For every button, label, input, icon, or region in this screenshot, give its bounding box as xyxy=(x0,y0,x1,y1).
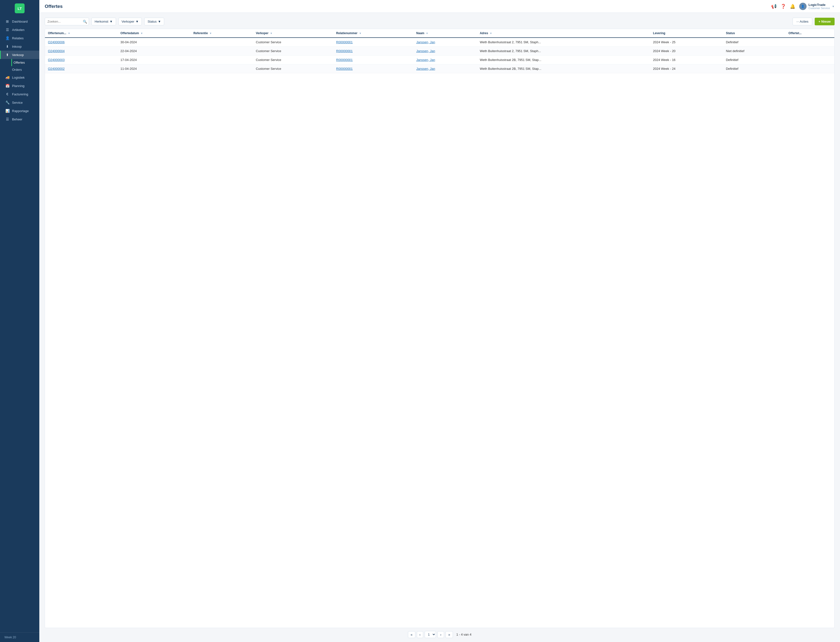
offertenummer-link[interactable]: O24000004 xyxy=(48,49,65,53)
sidebar-label-relaties: Relaties xyxy=(12,36,24,40)
sidebar-item-artikelen[interactable]: ☰ Artikelen xyxy=(0,26,39,34)
table-row: O24000006 30-04-2024 Customer Service R0… xyxy=(45,37,834,47)
dashboard-icon: ⊞ xyxy=(5,19,10,23)
page-select[interactable]: 1 xyxy=(425,631,436,638)
sidebar-item-rapportage[interactable]: 📊 Rapportage xyxy=(0,107,39,115)
nieuw-label: + Nieuw xyxy=(819,19,831,23)
sidebar-label-dashboard: Dashboard xyxy=(12,19,28,23)
cell-status: Definitief xyxy=(723,65,786,73)
cell-levering: 2024 Week - 25 xyxy=(650,37,723,47)
col-offerteb[interactable]: Offertet... xyxy=(785,29,834,37)
help-icon[interactable]: ❓ xyxy=(780,4,786,9)
cell-relatienummer: R00000001 xyxy=(333,37,413,47)
cell-relatienummer: R00000001 xyxy=(333,55,413,65)
search-button[interactable]: 🔍 xyxy=(83,19,87,24)
sidebar-subnav-verkoop: Offertes Orders xyxy=(0,59,39,73)
megaphone-icon[interactable]: 📢 xyxy=(771,4,777,9)
sidebar-label-verkoop: Verkoop xyxy=(12,53,24,57)
sidebar-nav: ⊞ Dashboard ☰ Artikelen 👤 Relaties ⬇ Ink… xyxy=(0,16,39,632)
offertenummer-link[interactable]: O24000006 xyxy=(48,40,65,44)
sort-icon-verkoper: ▼ xyxy=(270,32,272,35)
naam-link[interactable]: Janssen, Jan xyxy=(416,40,435,44)
cell-adres: Weth Buitenhuisstraat 2B, 7951 SM, Stap.… xyxy=(477,65,650,73)
relatienummer-link[interactable]: R00000001 xyxy=(336,49,353,53)
artikelen-icon: ☰ xyxy=(5,28,10,32)
table-container: Offertenum... ▼ Offertedatum ▼ Referenti… xyxy=(45,29,835,628)
cell-referentie xyxy=(191,37,253,47)
status-filter[interactable]: Status ▼ xyxy=(144,18,164,25)
relatienummer-link[interactable]: R00000001 xyxy=(336,67,353,71)
last-page-button[interactable]: » xyxy=(445,631,453,638)
sidebar-item-planning[interactable]: 📅 Planning xyxy=(0,82,39,90)
sort-icon-offertenummer: ▼ xyxy=(68,32,70,35)
cell-adres: Weth Buitenhuisstraat 2, 7951 SM, Staph.… xyxy=(477,37,650,47)
bell-icon[interactable]: 🔔 xyxy=(790,4,795,9)
sidebar-item-relaties[interactable]: 👤 Relaties xyxy=(0,34,39,42)
topbar: Offertes 📢 ❓ 🔔 👤 LogicTrade Customer Ser… xyxy=(39,0,840,13)
sidebar-item-verkoop[interactable]: ⬆ Verkoop xyxy=(0,50,39,59)
col-levering[interactable]: Levering xyxy=(650,29,723,37)
app-logo[interactable]: LT xyxy=(15,3,24,13)
naam-link[interactable]: Janssen, Jan xyxy=(416,58,435,62)
col-verkoper[interactable]: Verkoper ▼ xyxy=(253,29,333,37)
col-relatienummer[interactable]: Relatienummer ▼ xyxy=(333,29,413,37)
user-menu[interactable]: 👤 LogicTrade Customer Service ▼ xyxy=(799,3,835,10)
inkoop-icon: ⬇ xyxy=(5,44,10,49)
page-range: 1 - 4 van 4 xyxy=(456,633,471,636)
sidebar-item-inkoop[interactable]: ⬇ Inkoop xyxy=(0,42,39,50)
acties-button[interactable]: ··· Acties xyxy=(793,18,812,25)
table-row: O24000002 11-04-2024 Customer Service R0… xyxy=(45,65,834,73)
herkomst-filter[interactable]: Herkomst ▼ xyxy=(91,18,116,25)
sort-icon-naam: ▼ xyxy=(426,32,428,35)
sidebar-item-beheer[interactable]: ☰ Beheer xyxy=(0,115,39,123)
naam-link[interactable]: Janssen, Jan xyxy=(416,67,435,71)
verkoper-filter[interactable]: Verkoper ▼ xyxy=(118,18,142,25)
cell-relatienummer: R00000001 xyxy=(333,47,413,55)
page-title: Offertes xyxy=(45,4,771,9)
rapportage-icon: 📊 xyxy=(5,109,10,113)
cell-status: Definitief xyxy=(723,37,786,47)
status-chevron: ▼ xyxy=(158,19,161,23)
sort-icon-relatienummer: ▼ xyxy=(359,32,361,35)
sidebar-label-planning: Planning xyxy=(12,84,24,88)
facturering-icon: € xyxy=(5,92,10,96)
search-input[interactable] xyxy=(45,18,89,25)
next-page-button[interactable]: › xyxy=(437,631,444,638)
cell-offertedatum: 30-04-2024 xyxy=(118,37,191,47)
cell-offerteb xyxy=(785,47,834,55)
verkoper-label: Verkoper xyxy=(121,19,134,23)
sidebar-item-dashboard[interactable]: ⊞ Dashboard xyxy=(0,17,39,26)
sidebar-item-logistiek[interactable]: 🚚 Logistiek xyxy=(0,73,39,82)
sidebar-item-service[interactable]: 🔧 Service xyxy=(0,98,39,107)
cell-offerteb xyxy=(785,65,834,73)
sidebar-item-facturering[interactable]: € Facturering xyxy=(0,90,39,98)
user-name: LogicTrade xyxy=(809,3,830,6)
first-page-button[interactable]: « xyxy=(408,631,415,638)
sidebar-item-offertes[interactable]: Offertes xyxy=(11,59,39,66)
relatienummer-link[interactable]: R00000001 xyxy=(336,40,353,44)
cell-naam: Janssen, Jan xyxy=(413,55,477,65)
status-label: Status xyxy=(147,19,157,23)
cell-levering: 2024 Week - 16 xyxy=(650,55,723,65)
herkomst-chevron: ▼ xyxy=(110,19,113,23)
col-status[interactable]: Status xyxy=(723,29,786,37)
naam-link[interactable]: Janssen, Jan xyxy=(416,49,435,53)
col-naam[interactable]: Naam ▼ xyxy=(413,29,477,37)
offertenummer-link[interactable]: O24000002 xyxy=(48,67,65,71)
cell-levering: 2024 Week - 20 xyxy=(650,47,723,55)
col-offertenummer[interactable]: Offertenum... ▼ xyxy=(45,29,118,37)
col-offertedatum[interactable]: Offertedatum ▼ xyxy=(118,29,191,37)
sidebar-label-service: Service xyxy=(12,101,23,104)
planning-icon: 📅 xyxy=(5,84,10,88)
sidebar-label-logistiek: Logistiek xyxy=(12,76,24,79)
col-referentie[interactable]: Referentie ▼ xyxy=(191,29,253,37)
prev-page-button[interactable]: ‹ xyxy=(417,631,424,638)
relatienummer-link[interactable]: R00000001 xyxy=(336,58,353,62)
nieuw-button[interactable]: + Nieuw xyxy=(815,18,835,25)
verkoop-icon: ⬆ xyxy=(5,53,10,57)
offertenummer-link[interactable]: O24000003 xyxy=(48,58,65,62)
cell-offertenummer: O24000006 xyxy=(45,37,118,47)
sidebar-item-orders[interactable]: Orders xyxy=(11,66,39,73)
content-area: 🔍 Herkomst ▼ Verkoper ▼ Status ▼ ··· Act… xyxy=(39,13,840,642)
col-adres[interactable]: Adres ▼ xyxy=(477,29,650,37)
